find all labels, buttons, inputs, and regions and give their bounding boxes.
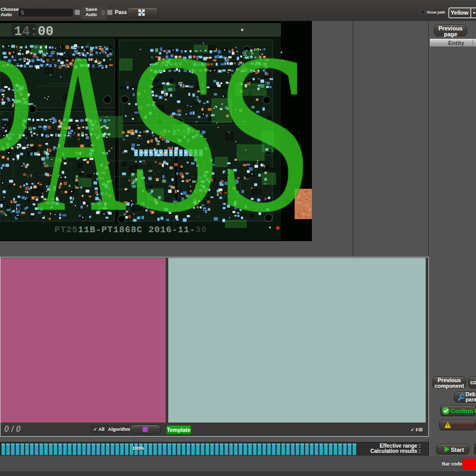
svg-text:!: ! — [447, 423, 449, 428]
svg-text:A: A — [37, 21, 127, 241]
svg-text:S: S — [216, 21, 312, 241]
svg-text:P: P — [0, 21, 34, 241]
svg-text:S: S — [125, 21, 223, 241]
